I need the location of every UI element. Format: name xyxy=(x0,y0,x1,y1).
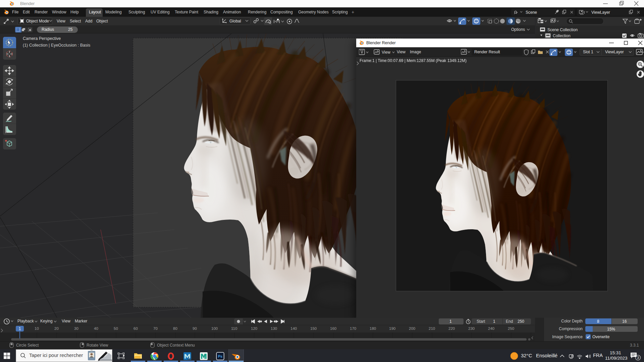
svg-text:View: View xyxy=(382,50,390,55)
svg-text:h: h xyxy=(156,357,157,359)
svg-text:3: 3 xyxy=(637,356,639,360)
svg-text:ATA: ATA xyxy=(188,358,191,360)
svg-text:Scene: Scene xyxy=(526,10,537,15)
svg-text:Ps: Ps xyxy=(218,354,222,358)
svg-text:ViewLayer: ViewLayer xyxy=(591,10,610,15)
svg-text:1: 1 xyxy=(19,326,21,331)
svg-text:Scene Collection: Scene Collection xyxy=(547,27,578,32)
svg-text:Collection: Collection xyxy=(553,34,571,38)
